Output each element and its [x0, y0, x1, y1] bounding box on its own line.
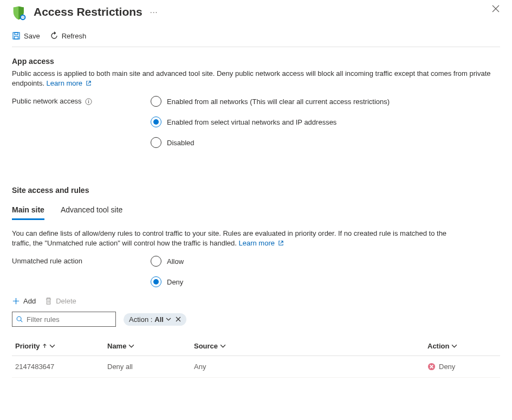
- radio-icon: [151, 137, 161, 148]
- search-icon: [16, 315, 23, 323]
- cell-source: Any: [191, 356, 424, 378]
- learn-more-link[interactable]: Learn more: [47, 79, 92, 87]
- chevron-down-icon: [220, 343, 226, 349]
- command-bar: Save Refresh: [12, 22, 500, 47]
- radio-icon: [151, 256, 161, 267]
- public-access-radio-group: Enabled from all networks (This will cle…: [151, 96, 390, 148]
- app-access-heading: App access: [12, 57, 500, 66]
- filter-pill-clear[interactable]: [176, 316, 181, 322]
- save-label: Save: [24, 32, 40, 40]
- filter-input-wrap[interactable]: [12, 312, 116, 327]
- svg-point-8: [17, 316, 21, 321]
- sort-asc-icon: [42, 344, 47, 348]
- radio-disabled[interactable]: Disabled: [151, 137, 390, 148]
- svg-rect-3: [15, 33, 18, 35]
- public-network-access-label: Public network access: [12, 96, 151, 148]
- svg-point-6: [88, 100, 88, 100]
- refresh-label: Refresh: [62, 32, 87, 40]
- close-icon: [176, 316, 181, 322]
- close-icon[interactable]: [491, 4, 500, 13]
- refresh-icon: [50, 31, 59, 40]
- radio-icon: [151, 117, 161, 127]
- more-button[interactable]: ···: [150, 8, 158, 16]
- rules-description: You can define lists of allow/deny rules…: [12, 229, 456, 248]
- external-link-icon: [278, 239, 284, 249]
- save-icon: [12, 31, 21, 40]
- svg-rect-2: [13, 33, 20, 39]
- col-header-priority[interactable]: Priority: [12, 337, 104, 356]
- filter-input[interactable]: [27, 315, 118, 324]
- save-button[interactable]: Save: [12, 31, 40, 40]
- radio-enabled-all[interactable]: Enabled from all networks (This will cle…: [151, 96, 390, 107]
- plus-icon: [12, 297, 20, 305]
- radio-icon: [151, 96, 161, 107]
- svg-rect-4: [15, 36, 18, 39]
- chevron-down-icon: [128, 343, 134, 349]
- unmatched-rule-radio-group: Allow Deny: [151, 256, 184, 287]
- chevron-down-icon: [166, 316, 171, 322]
- table-row[interactable]: 2147483647 Deny all Any Deny: [12, 356, 500, 378]
- site-access-heading: Site access and rules: [12, 186, 500, 195]
- radio-enabled-select[interactable]: Enabled from select virtual networks and…: [151, 117, 390, 127]
- cell-name: Deny all: [104, 356, 191, 378]
- col-header-source[interactable]: Source: [191, 337, 424, 356]
- tab-main-site[interactable]: Main site: [12, 202, 44, 220]
- cell-action: Deny: [424, 356, 500, 378]
- col-header-action[interactable]: Action: [424, 337, 500, 356]
- radio-deny[interactable]: Deny: [151, 276, 184, 287]
- info-icon[interactable]: [85, 98, 92, 105]
- page-title: Access Restrictions: [34, 5, 142, 18]
- unmatched-rule-label: Unmatched rule action: [12, 256, 151, 287]
- refresh-button[interactable]: Refresh: [50, 31, 87, 40]
- blade-header: Access Restrictions ···: [12, 0, 500, 22]
- chevron-down-icon: [451, 343, 457, 349]
- chevron-down-icon: [49, 343, 55, 349]
- add-button[interactable]: Add: [12, 297, 36, 305]
- site-tabs: Main site Advanced tool site: [12, 202, 500, 220]
- cell-priority: 2147483647: [12, 356, 104, 378]
- col-header-name[interactable]: Name: [104, 337, 191, 356]
- app-access-description: Public access is applied to both main si…: [12, 69, 500, 88]
- rule-toolbar: Add Delete: [12, 287, 500, 312]
- tab-advanced-tool-site[interactable]: Advanced tool site: [61, 202, 122, 220]
- trash-icon: [44, 297, 53, 305]
- delete-button[interactable]: Delete: [44, 297, 76, 305]
- filter-bar: Action : All: [12, 312, 500, 327]
- learn-more-link-2[interactable]: Learn more: [238, 239, 283, 247]
- radio-icon: [151, 276, 161, 287]
- deny-icon: [427, 363, 436, 371]
- radio-allow[interactable]: Allow: [151, 256, 184, 267]
- shield-icon: [12, 5, 27, 21]
- rules-table: Priority Name Source: [12, 337, 500, 378]
- svg-rect-7: [88, 101, 88, 104]
- external-link-icon: [86, 79, 92, 89]
- filter-pill-action[interactable]: Action : All: [124, 313, 186, 326]
